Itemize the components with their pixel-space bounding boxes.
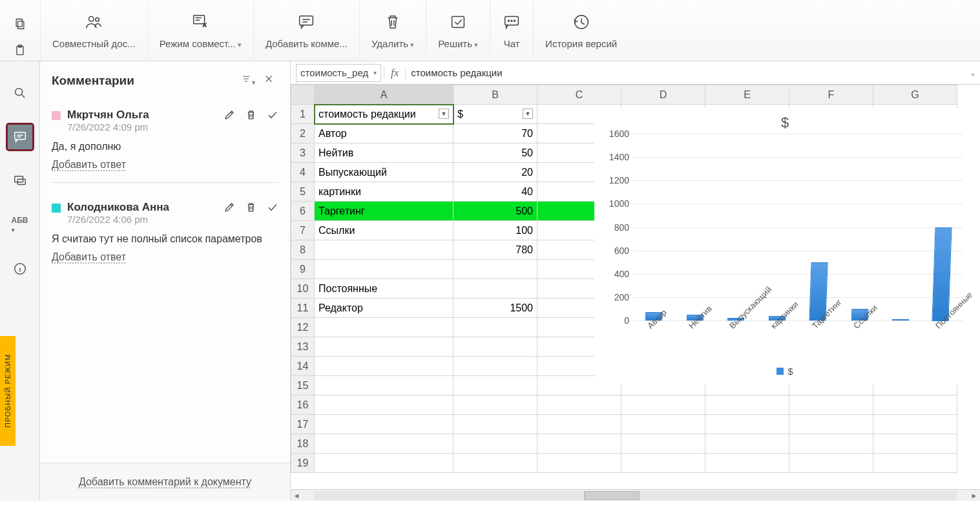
name-box[interactable]: стоимость_ред▾: [296, 64, 381, 82]
search-rail-button[interactable]: [8, 81, 32, 105]
row-header[interactable]: 11: [291, 299, 315, 318]
cell[interactable]: [315, 260, 454, 279]
cell[interactable]: Автор: [315, 124, 454, 143]
comments-rail-button[interactable]: [8, 125, 32, 149]
delete-comment-button[interactable]: Удалить: [359, 0, 426, 61]
resolve-comment-item-button[interactable]: [266, 201, 278, 215]
cell[interactable]: [454, 415, 537, 434]
row-header[interactable]: 18: [291, 434, 315, 454]
row-header[interactable]: 8: [291, 240, 315, 260]
cell[interactable]: картинки: [315, 182, 454, 202]
cell[interactable]: 780: [454, 240, 537, 260]
cell[interactable]: [315, 318, 454, 337]
cell[interactable]: [454, 357, 537, 376]
cell[interactable]: [315, 376, 454, 395]
cell[interactable]: [621, 434, 705, 454]
row-header[interactable]: 13: [291, 337, 315, 357]
edit-comment-button[interactable]: [224, 109, 236, 123]
column-header[interactable]: A: [315, 85, 454, 105]
cell[interactable]: [315, 240, 454, 260]
formula-input[interactable]: стоимость редакции: [406, 67, 966, 78]
grid-wrap[interactable]: ABCDEFG1стоимость редакции▼$▼2Автор703Не…: [291, 85, 980, 501]
reply-button[interactable]: Добавить ответ: [52, 251, 278, 263]
scrollbar-thumb[interactable]: [584, 491, 640, 500]
filter-button[interactable]: ▼: [523, 109, 533, 119]
cell[interactable]: $▼: [454, 105, 537, 124]
expand-formula-bar[interactable]: ⌄: [966, 68, 980, 78]
cell[interactable]: [454, 318, 537, 337]
cell[interactable]: [873, 454, 957, 473]
cell[interactable]: 20: [454, 163, 537, 182]
edit-comment-button[interactable]: [224, 201, 236, 215]
cell[interactable]: [315, 357, 454, 376]
row-header[interactable]: 10: [291, 279, 315, 299]
history-button[interactable]: История версий: [533, 0, 629, 61]
cell[interactable]: [789, 415, 873, 434]
select-all-corner[interactable]: [291, 85, 315, 105]
cell[interactable]: [454, 260, 537, 279]
cell[interactable]: [315, 434, 454, 454]
cell[interactable]: Постоянные: [315, 279, 454, 299]
row-header[interactable]: 2: [291, 124, 315, 143]
cell[interactable]: [873, 434, 957, 454]
column-header[interactable]: C: [537, 85, 621, 105]
cell[interactable]: [537, 415, 621, 434]
cell[interactable]: [789, 454, 873, 473]
cell[interactable]: 1500: [454, 299, 537, 318]
cell[interactable]: [789, 395, 873, 415]
row-header[interactable]: 3: [291, 143, 315, 163]
cell[interactable]: [537, 454, 621, 473]
cell[interactable]: 100: [454, 221, 537, 240]
cell[interactable]: 40: [454, 182, 537, 202]
row-header[interactable]: 4: [291, 163, 315, 182]
column-header[interactable]: E: [705, 85, 789, 105]
row-header[interactable]: 12: [291, 318, 315, 337]
paste-icon[interactable]: [14, 44, 26, 59]
row-header[interactable]: 5: [291, 182, 315, 202]
cell[interactable]: Ссылки: [315, 221, 454, 240]
row-header[interactable]: 17: [291, 415, 315, 434]
chart-bar[interactable]: [932, 227, 952, 321]
row-header[interactable]: 14: [291, 357, 315, 376]
row-header[interactable]: 9: [291, 260, 315, 279]
cell[interactable]: [537, 434, 621, 454]
column-header[interactable]: G: [873, 85, 957, 105]
horizontal-scrollbar[interactable]: ◄ ►: [291, 489, 980, 501]
cell[interactable]: [454, 454, 537, 473]
resolve-comment-button[interactable]: Решить: [426, 0, 490, 61]
comment-item[interactable]: Мкртчян Ольга 7/26/2022 4:09 pm Да, я до…: [40, 102, 290, 194]
cell[interactable]: [454, 434, 537, 454]
column-header[interactable]: F: [789, 85, 873, 105]
cell[interactable]: [454, 337, 537, 357]
row-header[interactable]: 7: [291, 221, 315, 240]
cell[interactable]: [705, 415, 789, 434]
row-header[interactable]: 15: [291, 376, 315, 395]
cell[interactable]: 500: [454, 202, 537, 221]
cell[interactable]: [873, 395, 957, 415]
spellcheck-rail-button[interactable]: АБВ▾: [8, 213, 32, 237]
chat-rail-button[interactable]: [8, 169, 32, 193]
chart[interactable]: $ 0 200 400 600 800 1000 1200 1400 1600 …: [594, 108, 975, 384]
row-header[interactable]: 1: [291, 105, 315, 124]
resolve-comment-item-button[interactable]: [266, 109, 278, 123]
cell[interactable]: [454, 279, 537, 299]
cell[interactable]: [621, 415, 705, 434]
sort-comments-button[interactable]: ▾: [236, 70, 259, 90]
cell[interactable]: [789, 434, 873, 454]
cell[interactable]: [454, 395, 537, 415]
cell[interactable]: Выпускающий: [315, 163, 454, 182]
cell[interactable]: [873, 415, 957, 434]
cell[interactable]: [705, 454, 789, 473]
reply-button[interactable]: Добавить ответ: [52, 159, 278, 171]
info-rail-button[interactable]: [8, 257, 32, 281]
chat-button[interactable]: Чат: [490, 0, 533, 61]
cell[interactable]: [315, 415, 454, 434]
comment-item[interactable]: Колодникова Анна 7/26/2022 4:06 pm Я счи…: [40, 194, 290, 275]
row-header[interactable]: 16: [291, 395, 315, 415]
cell[interactable]: [315, 454, 454, 473]
close-panel-button[interactable]: [259, 70, 278, 90]
coedit-button[interactable]: Режим совмест...: [147, 0, 253, 61]
cell[interactable]: [537, 395, 621, 415]
cell[interactable]: [621, 395, 705, 415]
filter-button[interactable]: ▼: [439, 109, 449, 119]
